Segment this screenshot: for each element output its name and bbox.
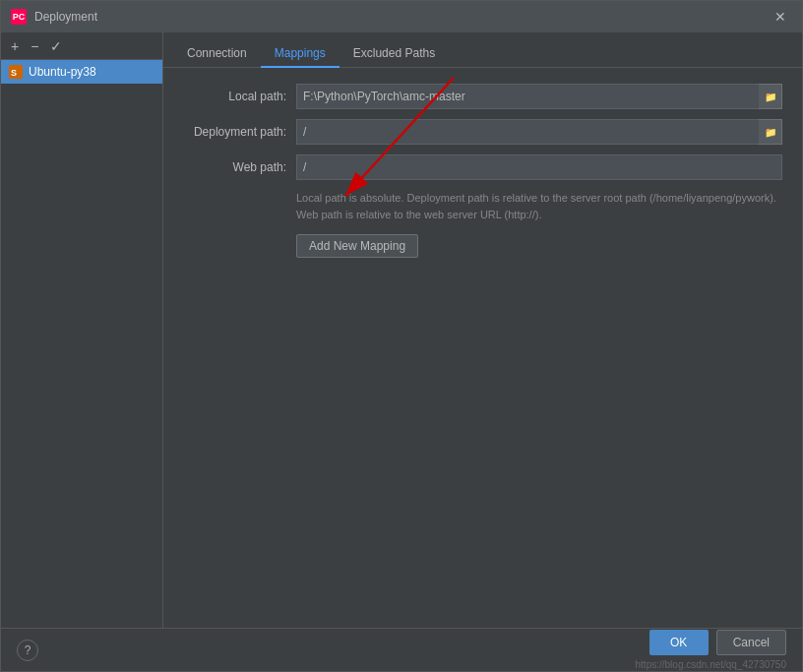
folder-icon: 📁 (765, 127, 776, 138)
remove-server-button[interactable]: − (27, 36, 42, 56)
ok-button[interactable]: OK (649, 630, 709, 655)
url-text: https://blog.csdn.net/qq_42730750 (636, 659, 786, 670)
server-icon: S (9, 65, 23, 79)
deployment-path-input[interactable] (296, 119, 782, 145)
local-path-row: Local path: 📁 (183, 84, 782, 109)
sidebar-toolbar: + − ✓ (1, 32, 162, 60)
deployment-path-row: Deployment path: 📁 (183, 119, 782, 145)
tab-excluded-paths[interactable]: Excluded Paths (340, 40, 449, 68)
local-path-input[interactable] (296, 84, 782, 109)
main-content: + − ✓ S Ubuntu-py38 Connection Mappings … (1, 32, 802, 628)
window-title: Deployment (34, 10, 97, 24)
check-button[interactable]: ✓ (46, 36, 66, 56)
help-button[interactable]: ? (17, 640, 38, 661)
footer-buttons: OK Cancel (649, 630, 786, 655)
title-bar-left: PC Deployment (11, 9, 97, 25)
svg-text:S: S (11, 68, 17, 78)
sidebar: + − ✓ S Ubuntu-py38 (1, 32, 163, 628)
footer-right: OK Cancel https://blog.csdn.net/qq_42730… (636, 630, 786, 670)
cancel-button[interactable]: Cancel (716, 630, 786, 655)
local-path-label: Local path: (183, 90, 296, 103)
tab-connection[interactable]: Connection (173, 40, 261, 68)
sidebar-item-label: Ubuntu-py38 (29, 65, 96, 79)
add-server-button[interactable]: + (7, 36, 23, 56)
add-mapping-button[interactable]: Add New Mapping (296, 234, 418, 258)
web-path-input-wrapper (296, 154, 782, 180)
web-path-row: Web path: (183, 154, 782, 180)
title-bar: PC Deployment ✕ (1, 1, 802, 32)
tabs: Connection Mappings Excluded Paths (163, 32, 802, 68)
web-path-input[interactable] (296, 154, 782, 180)
local-path-input-wrapper: 📁 (296, 84, 782, 109)
close-button[interactable]: ✕ (769, 7, 792, 27)
app-icon: PC (11, 9, 27, 25)
deployment-path-browse-button[interactable]: 📁 (759, 119, 782, 145)
tab-mappings[interactable]: Mappings (261, 40, 340, 68)
web-path-label: Web path: (183, 160, 296, 174)
hint-text: Local path is absolute. Deployment path … (296, 190, 782, 222)
deployment-path-input-wrapper: 📁 (296, 119, 782, 145)
sidebar-item-ubuntu[interactable]: S Ubuntu-py38 (1, 60, 162, 84)
folder-icon: 📁 (765, 92, 776, 102)
deployment-dialog: PC Deployment ✕ + − ✓ S Ubuntu-py38 (0, 0, 803, 672)
right-panel: Connection Mappings Excluded Paths Local… (163, 32, 802, 628)
footer: ? OK Cancel https://blog.csdn.net/qq_427… (1, 628, 802, 671)
panel-content: Local path: 📁 Deployment path: 📁 (163, 68, 802, 628)
local-path-browse-button[interactable]: 📁 (759, 84, 782, 109)
deployment-path-label: Deployment path: (183, 125, 296, 139)
